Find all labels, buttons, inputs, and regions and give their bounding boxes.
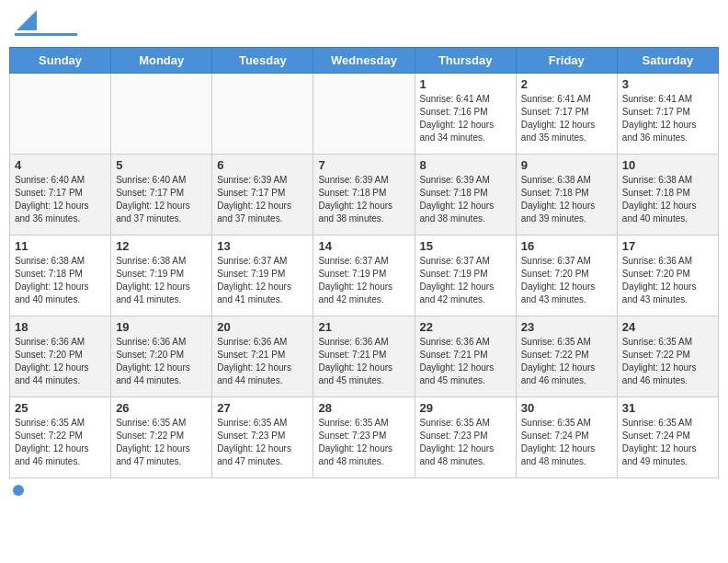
calendar-cell: 25Sunrise: 6:35 AM Sunset: 7:22 PM Dayli… xyxy=(10,397,111,478)
day-info: Sunrise: 6:36 AM Sunset: 7:20 PM Dayligh… xyxy=(622,255,713,306)
day-info: Sunrise: 6:38 AM Sunset: 7:18 PM Dayligh… xyxy=(15,255,106,306)
calendar-cell: 19Sunrise: 6:36 AM Sunset: 7:20 PM Dayli… xyxy=(111,316,212,397)
days-header-row: SundayMondayTuesdayWednesdayThursdayFrid… xyxy=(10,48,719,74)
calendar-cell: 15Sunrise: 6:37 AM Sunset: 7:19 PM Dayli… xyxy=(415,236,516,316)
day-info: Sunrise: 6:35 AM Sunset: 7:23 PM Dayligh… xyxy=(420,417,511,468)
day-info: Sunrise: 6:41 AM Sunset: 7:17 PM Dayligh… xyxy=(622,93,713,144)
day-number: 29 xyxy=(420,401,511,415)
calendar-cell: 6Sunrise: 6:39 AM Sunset: 7:17 PM Daylig… xyxy=(212,155,313,236)
day-number: 30 xyxy=(521,401,612,415)
day-info: Sunrise: 6:35 AM Sunset: 7:22 PM Dayligh… xyxy=(521,336,612,387)
day-header-friday: Friday xyxy=(516,48,617,74)
calendar-cell: 31Sunrise: 6:35 AM Sunset: 7:24 PM Dayli… xyxy=(617,397,718,478)
calendar-cell: 11Sunrise: 6:38 AM Sunset: 7:18 PM Dayli… xyxy=(10,236,111,316)
day-info: Sunrise: 6:37 AM Sunset: 7:20 PM Dayligh… xyxy=(521,255,612,306)
week-row-2: 4Sunrise: 6:40 AM Sunset: 7:17 PM Daylig… xyxy=(10,155,719,236)
calendar-cell: 27Sunrise: 6:35 AM Sunset: 7:23 PM Dayli… xyxy=(212,397,313,478)
calendar-cell: 22Sunrise: 6:36 AM Sunset: 7:21 PM Dayli… xyxy=(415,316,516,397)
day-info: Sunrise: 6:35 AM Sunset: 7:23 PM Dayligh… xyxy=(217,417,308,468)
day-info: Sunrise: 6:37 AM Sunset: 7:19 PM Dayligh… xyxy=(420,255,511,306)
day-info: Sunrise: 6:36 AM Sunset: 7:21 PM Dayligh… xyxy=(318,336,409,387)
day-header-monday: Monday xyxy=(111,48,212,74)
day-number: 15 xyxy=(420,239,511,253)
calendar-cell: 20Sunrise: 6:36 AM Sunset: 7:21 PM Dayli… xyxy=(212,316,313,397)
calendar-cell: 16Sunrise: 6:37 AM Sunset: 7:20 PM Dayli… xyxy=(516,236,617,316)
day-info: Sunrise: 6:37 AM Sunset: 7:19 PM Dayligh… xyxy=(318,255,409,306)
logo xyxy=(15,13,77,36)
day-number: 14 xyxy=(318,239,409,253)
calendar-cell: 8Sunrise: 6:39 AM Sunset: 7:18 PM Daylig… xyxy=(415,155,516,236)
day-info: Sunrise: 6:37 AM Sunset: 7:19 PM Dayligh… xyxy=(217,255,308,306)
calendar-cell: 5Sunrise: 6:40 AM Sunset: 7:17 PM Daylig… xyxy=(111,155,212,236)
day-header-saturday: Saturday xyxy=(617,48,718,74)
day-info: Sunrise: 6:36 AM Sunset: 7:20 PM Dayligh… xyxy=(116,336,207,387)
week-row-4: 18Sunrise: 6:36 AM Sunset: 7:20 PM Dayli… xyxy=(10,316,719,397)
day-number: 11 xyxy=(15,239,106,253)
calendar-cell: 7Sunrise: 6:39 AM Sunset: 7:18 PM Daylig… xyxy=(313,155,415,236)
day-number: 9 xyxy=(521,158,612,172)
day-info: Sunrise: 6:39 AM Sunset: 7:17 PM Dayligh… xyxy=(217,174,308,225)
day-info: Sunrise: 6:41 AM Sunset: 7:17 PM Dayligh… xyxy=(521,93,612,144)
week-row-1: 1Sunrise: 6:41 AM Sunset: 7:16 PM Daylig… xyxy=(10,74,719,155)
day-info: Sunrise: 6:38 AM Sunset: 7:18 PM Dayligh… xyxy=(521,174,612,225)
calendar-cell: 14Sunrise: 6:37 AM Sunset: 7:19 PM Dayli… xyxy=(313,236,415,316)
calendar-cell: 12Sunrise: 6:38 AM Sunset: 7:19 PM Dayli… xyxy=(111,236,212,316)
day-number: 8 xyxy=(420,158,511,172)
calendar-cell: 2Sunrise: 6:41 AM Sunset: 7:17 PM Daylig… xyxy=(516,74,617,155)
calendar-cell: 26Sunrise: 6:35 AM Sunset: 7:22 PM Dayli… xyxy=(111,397,212,478)
day-number: 20 xyxy=(217,320,308,334)
svg-marker-0 xyxy=(17,10,37,30)
calendar-cell: 24Sunrise: 6:35 AM Sunset: 7:22 PM Dayli… xyxy=(617,316,718,397)
calendar-cell: 18Sunrise: 6:36 AM Sunset: 7:20 PM Dayli… xyxy=(10,316,111,397)
day-number: 25 xyxy=(15,401,106,415)
day-number: 13 xyxy=(217,239,308,253)
day-number: 10 xyxy=(622,158,713,172)
day-info: Sunrise: 6:38 AM Sunset: 7:18 PM Dayligh… xyxy=(622,174,713,225)
day-info: Sunrise: 6:36 AM Sunset: 7:20 PM Dayligh… xyxy=(15,336,106,387)
day-number: 22 xyxy=(420,320,511,334)
day-info: Sunrise: 6:36 AM Sunset: 7:21 PM Dayligh… xyxy=(217,336,308,387)
day-number: 17 xyxy=(622,239,713,253)
calendar-cell: 17Sunrise: 6:36 AM Sunset: 7:20 PM Dayli… xyxy=(617,236,718,316)
calendar-cell: 21Sunrise: 6:36 AM Sunset: 7:21 PM Dayli… xyxy=(313,316,415,397)
day-info: Sunrise: 6:41 AM Sunset: 7:16 PM Dayligh… xyxy=(420,93,511,144)
logo-icon xyxy=(17,10,37,30)
calendar-cell: 13Sunrise: 6:37 AM Sunset: 7:19 PM Dayli… xyxy=(212,236,313,316)
logo-underline xyxy=(15,33,77,36)
calendar-table: SundayMondayTuesdayWednesdayThursdayFrid… xyxy=(9,47,719,478)
calendar-cell: 4Sunrise: 6:40 AM Sunset: 7:17 PM Daylig… xyxy=(10,155,111,236)
footer xyxy=(9,484,719,496)
day-number: 19 xyxy=(116,320,207,334)
calendar-cell: 10Sunrise: 6:38 AM Sunset: 7:18 PM Dayli… xyxy=(617,155,718,236)
day-info: Sunrise: 6:40 AM Sunset: 7:17 PM Dayligh… xyxy=(15,174,106,225)
day-header-thursday: Thursday xyxy=(415,48,516,74)
day-number: 23 xyxy=(521,320,612,334)
day-number: 16 xyxy=(521,239,612,253)
day-number: 27 xyxy=(217,401,308,415)
day-number: 24 xyxy=(622,320,713,334)
day-info: Sunrise: 6:35 AM Sunset: 7:24 PM Dayligh… xyxy=(521,417,612,468)
day-number: 26 xyxy=(116,401,207,415)
calendar-cell: 29Sunrise: 6:35 AM Sunset: 7:23 PM Dayli… xyxy=(415,397,516,478)
day-header-sunday: Sunday xyxy=(10,48,111,74)
calendar-cell xyxy=(111,74,212,155)
day-number: 7 xyxy=(318,158,409,172)
day-number: 5 xyxy=(116,158,207,172)
calendar-cell xyxy=(212,74,313,155)
day-number: 12 xyxy=(116,239,207,253)
day-info: Sunrise: 6:39 AM Sunset: 7:18 PM Dayligh… xyxy=(318,174,409,225)
calendar-cell: 30Sunrise: 6:35 AM Sunset: 7:24 PM Dayli… xyxy=(516,397,617,478)
week-row-3: 11Sunrise: 6:38 AM Sunset: 7:18 PM Dayli… xyxy=(10,236,719,316)
day-info: Sunrise: 6:36 AM Sunset: 7:21 PM Dayligh… xyxy=(420,336,511,387)
day-info: Sunrise: 6:40 AM Sunset: 7:17 PM Dayligh… xyxy=(116,174,207,225)
day-number: 1 xyxy=(420,77,511,91)
day-number: 4 xyxy=(15,158,106,172)
day-header-wednesday: Wednesday xyxy=(313,48,415,74)
calendar-cell: 3Sunrise: 6:41 AM Sunset: 7:17 PM Daylig… xyxy=(617,74,718,155)
calendar-cell: 23Sunrise: 6:35 AM Sunset: 7:22 PM Dayli… xyxy=(516,316,617,397)
day-info: Sunrise: 6:35 AM Sunset: 7:22 PM Dayligh… xyxy=(15,417,106,468)
day-info: Sunrise: 6:35 AM Sunset: 7:24 PM Dayligh… xyxy=(622,417,713,468)
footer-dot xyxy=(13,485,24,496)
day-info: Sunrise: 6:38 AM Sunset: 7:19 PM Dayligh… xyxy=(116,255,207,306)
day-info: Sunrise: 6:39 AM Sunset: 7:18 PM Dayligh… xyxy=(420,174,511,225)
